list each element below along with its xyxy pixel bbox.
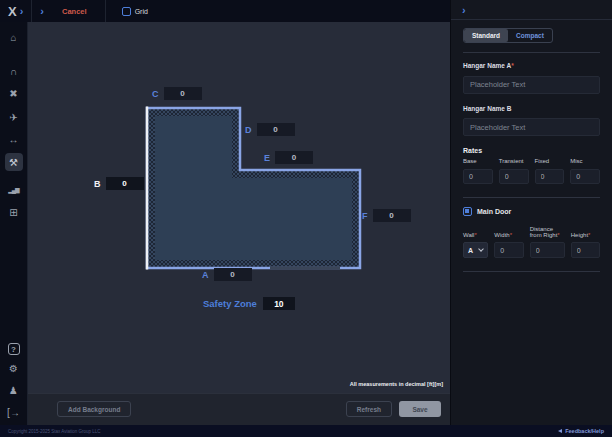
- rate-field-base: Base: [463, 158, 493, 184]
- rates-row: Base Transient Fixed Misc: [463, 158, 600, 184]
- panel-divider: [463, 52, 600, 53]
- hangar-name-a-input[interactable]: [463, 76, 600, 94]
- door-distance-input[interactable]: [530, 242, 565, 258]
- canvas-footer-bar: Add Background Refresh Save: [28, 393, 450, 425]
- logout-icon[interactable]: [→: [5, 403, 23, 421]
- door-wall-field: Wall* A: [463, 224, 488, 258]
- aircraft-icon[interactable]: ✈: [5, 108, 23, 126]
- topbar-divider: [105, 0, 106, 22]
- safety-zone-input[interactable]: [263, 297, 295, 310]
- rate-fixed-input[interactable]: [535, 169, 565, 184]
- door-wall-label: Wall*: [463, 224, 488, 238]
- hangar-floorplan-shape[interactable]: [28, 22, 450, 425]
- feedback-label: Feedback/Help: [565, 428, 604, 434]
- left-icon-rail: ⌂ ∩ ✖ ✈ ↔ ⚒ ▂▄▆ ⊞ ? ⚙ ♟ [→: [0, 22, 28, 425]
- properties-panel: › Standard Compact Hangar Name A* Hangar…: [450, 0, 612, 425]
- panel-divider: [463, 197, 600, 198]
- feedback-help-link[interactable]: Feedback/Help: [558, 428, 604, 434]
- chevron-down-icon: [479, 246, 485, 252]
- door-distance-label: Distance from Right*: [530, 224, 565, 238]
- rates-title: Rates: [463, 147, 600, 154]
- panel-divider: [463, 271, 600, 272]
- door-height-field: Height*: [571, 224, 600, 258]
- grid-toggle[interactable]: Grid: [122, 7, 148, 16]
- panel-header: ›: [451, 0, 612, 20]
- hangar-name-b-label: Hangar Name B: [463, 105, 600, 112]
- logo-chevron-icon[interactable]: ›: [16, 5, 28, 17]
- add-background-button[interactable]: Add Background: [57, 401, 131, 417]
- settings-gear-icon[interactable]: ⚙: [5, 359, 23, 377]
- door-fields-row: Wall* A Width* Distance from Right*: [463, 224, 600, 258]
- home-icon[interactable]: ⌂: [5, 28, 23, 46]
- wall-label-d: D: [245, 125, 252, 135]
- wall-select[interactable]: A: [463, 242, 488, 258]
- wall-d-input[interactable]: [257, 123, 295, 136]
- wall-label-a: A: [202, 270, 209, 280]
- required-marker: *: [511, 62, 514, 69]
- measurement-row-e: E: [264, 151, 313, 164]
- door-height-label: Height*: [571, 224, 600, 238]
- wall-label-f: F: [362, 211, 368, 221]
- rate-misc-input[interactable]: [570, 169, 600, 184]
- calendar-icon[interactable]: ⊞: [5, 203, 23, 221]
- app-footer: Copyright 2015-2025 Stax Aviation Group …: [0, 425, 612, 437]
- layout-editor-icon[interactable]: ⚒: [5, 153, 23, 171]
- topbar-divider: [31, 0, 32, 22]
- rate-field-fixed: Fixed: [535, 158, 565, 184]
- door-width-input[interactable]: [494, 242, 523, 258]
- rate-fixed-label: Fixed: [535, 158, 565, 165]
- door-distance-field: Distance from Right*: [530, 224, 565, 258]
- view-mode-toggle: Standard Compact: [463, 28, 553, 43]
- main-door-checkbox[interactable]: [463, 207, 472, 216]
- compact-tab[interactable]: Compact: [508, 29, 552, 42]
- wall-label-e: E: [264, 153, 270, 163]
- door-width-field: Width*: [494, 224, 523, 258]
- collapse-panel-chevron-icon[interactable]: ›: [458, 4, 470, 16]
- rate-base-input[interactable]: [463, 169, 493, 184]
- safety-zone-row: Safety Zone: [203, 297, 295, 310]
- standard-tab[interactable]: Standard: [464, 29, 508, 42]
- copyright-text: Copyright 2015-2025 Stax Aviation Group …: [8, 429, 100, 434]
- grid-label: Grid: [135, 8, 148, 15]
- stax-logo: X: [8, 4, 16, 19]
- wall-b-input[interactable]: [106, 177, 144, 190]
- panel-body: Standard Compact Hangar Name A* Hangar N…: [451, 20, 612, 272]
- rate-field-transient: Transient: [499, 158, 529, 184]
- door-width-label: Width*: [494, 224, 523, 238]
- floorplan-canvas[interactable]: C D E B F A Safety Zone All measurements…: [28, 22, 450, 425]
- hangar-icon[interactable]: ∩: [5, 62, 23, 80]
- bar-chart-icon[interactable]: ▂▄▆: [5, 180, 23, 198]
- rate-transient-input[interactable]: [499, 169, 529, 184]
- safety-zone-label: Safety Zone: [203, 298, 257, 309]
- main-door-label: Main Door: [477, 208, 511, 215]
- hangar-name-a-label: Hangar Name A*: [463, 62, 600, 69]
- rate-field-misc: Misc: [570, 158, 600, 184]
- wall-label-c: C: [152, 89, 159, 99]
- measurement-row-b: B: [94, 177, 144, 190]
- megaphone-icon: [558, 429, 562, 433]
- hangar-floor-fill: [155, 116, 352, 260]
- ruler-icon[interactable]: ↔: [5, 130, 23, 148]
- crossed-planes-icon[interactable]: ✖: [5, 84, 23, 102]
- hangar-name-b-input[interactable]: [463, 118, 600, 136]
- help-icon[interactable]: ?: [8, 343, 20, 355]
- wall-a-input[interactable]: [214, 268, 252, 281]
- wall-label-b: B: [94, 179, 101, 189]
- user-share-icon[interactable]: ♟: [5, 381, 23, 399]
- main-door-toggle[interactable]: Main Door: [463, 207, 600, 216]
- top-bar: X › › Cancel Grid: [0, 0, 450, 22]
- door-height-input[interactable]: [571, 242, 600, 258]
- grid-checkbox[interactable]: [122, 7, 131, 16]
- refresh-button[interactable]: Refresh: [346, 401, 392, 417]
- rate-transient-label: Transient: [499, 158, 529, 165]
- cancel-button[interactable]: Cancel: [48, 7, 101, 16]
- rate-base-label: Base: [463, 158, 493, 165]
- measurement-row-d: D: [245, 123, 295, 136]
- expand-chevron-icon[interactable]: ›: [36, 5, 48, 17]
- measurement-row-f: F: [362, 209, 411, 222]
- wall-e-input[interactable]: [275, 151, 313, 164]
- wall-f-input[interactable]: [373, 209, 411, 222]
- hangar-editor-app: X › › Cancel Grid ⌂ ∩ ✖ ✈ ↔ ⚒ ▂▄▆ ⊞ ? ⚙ …: [0, 0, 612, 437]
- save-button[interactable]: Save: [399, 401, 441, 417]
- wall-c-input[interactable]: [164, 87, 202, 100]
